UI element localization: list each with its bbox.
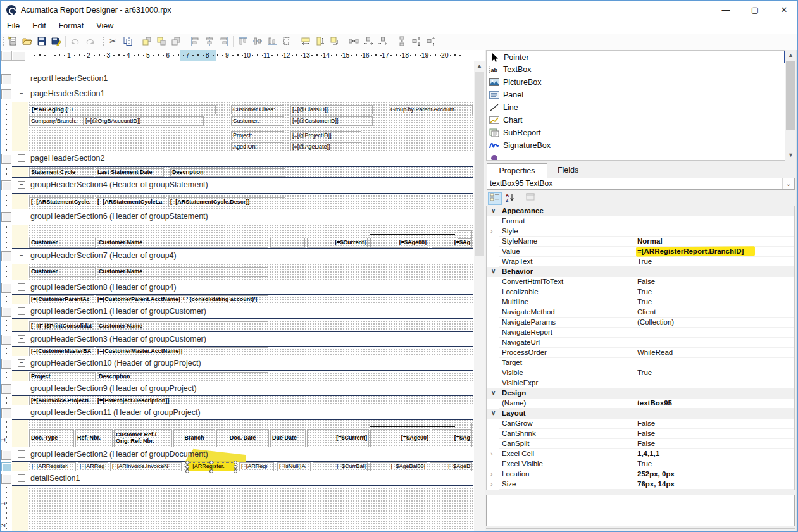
cut-button[interactable]: ✂ — [106, 35, 120, 49]
maximize-button[interactable]: ▢ — [740, 1, 770, 20]
collapse-icon[interactable]: − — [18, 75, 25, 82]
category-row-design[interactable]: ∨ Design — [487, 388, 794, 399]
v-space-decrease-button[interactable] — [423, 35, 438, 49]
section-header-groupHeaderSection1[interactable]: −groupHeaderSection1 (Header of groupCus… — [12, 304, 473, 318]
section-header-groupHeaderSection7[interactable]: −groupHeaderSection7 (Header of group4) — [12, 249, 473, 264]
property-row-canshrink[interactable]: CanShrink False — [487, 429, 794, 439]
textbox-element[interactable]: Ref. Nbr. — [75, 429, 113, 448]
section-selector-box[interactable] — [1, 335, 11, 345]
section-selector-box[interactable] — [1, 180, 11, 190]
property-row-multiline[interactable]: Multiline True — [487, 297, 794, 307]
category-row-behavior[interactable]: ∨ Behavior — [487, 267, 794, 277]
textbox-element[interactable]: Customer — [29, 267, 96, 277]
section-header-groupHeaderSection6[interactable]: −groupHeaderSection6 (Header of groupSta… — [12, 209, 473, 225]
tab-fields[interactable]: Fields — [547, 163, 589, 177]
property-value[interactable]: False — [637, 430, 655, 437]
textbox-element[interactable]: [=[ARInvoice.ProjectI. — [29, 397, 94, 405]
textbox-element[interactable]: [=$Ag — [432, 429, 472, 448]
textbox-element[interactable]: [=[CustomerParentAc — [29, 295, 94, 304]
property-value[interactable]: False — [637, 419, 655, 427]
selection-handle[interactable] — [234, 461, 237, 464]
save-as-button[interactable] — [49, 35, 63, 49]
object-selector-combo[interactable]: textBox95 TextBox ⌄ — [487, 178, 795, 190]
section-header-groupHeaderSection11[interactable]: −groupHeaderSection11 (Header of groupPr… — [12, 405, 473, 419]
textbox-element[interactable]: [=$AgeB — [430, 462, 472, 471]
property-value[interactable]: 1,4,1,1 — [637, 450, 659, 457]
collapse-icon[interactable]: − — [18, 450, 25, 458]
textbox-element[interactable]: Due Date — [270, 429, 306, 448]
selected-row-tick[interactable] — [1, 462, 11, 471]
menu-item-view[interactable]: View — [90, 20, 120, 32]
selection-handle[interactable] — [185, 461, 189, 464]
textbox-element[interactable]: [=$Ag — [432, 238, 472, 248]
property-row-name[interactable]: (Name) textBox95 — [487, 399, 794, 409]
section-header-pageHeaderSection1[interactable]: −pageHeaderSection1 — [12, 87, 473, 102]
chevron-down-icon[interactable]: ∨ — [491, 207, 496, 214]
collapse-icon[interactable]: − — [18, 474, 25, 482]
textbox-element[interactable]: Doc. Date — [216, 429, 269, 448]
collapse-icon[interactable]: − — [18, 283, 25, 291]
selection-handle[interactable] — [209, 461, 213, 464]
size-to-grid-button[interactable] — [279, 35, 294, 49]
expander-icon[interactable]: › — [490, 227, 493, 235]
property-row-navigatereport[interactable]: NavigateReport — [487, 328, 794, 338]
property-value[interactable]: (Collection) — [637, 318, 674, 326]
toolbox-item-picturebox[interactable]: PictureBox — [487, 76, 785, 89]
align-right-button[interactable] — [216, 35, 231, 49]
toolbox-item-line[interactable]: Line — [487, 101, 785, 114]
section-header-groupHeaderSection8[interactable]: −groupHeaderSection8 (Header of group4) — [12, 280, 473, 294]
minimize-button[interactable]: — — [711, 1, 740, 20]
same-size-button[interactable] — [327, 35, 342, 49]
textbox-element[interactable]: [=$Current] — [307, 429, 369, 448]
property-value[interactable]: True — [637, 288, 652, 295]
textbox-element[interactable]: [=[ARRegister. — [30, 462, 76, 471]
textbox-element[interactable]: [=[CustomerParent.AcctName] + ' (consoli… — [96, 295, 268, 304]
textbox-element[interactable]: Customer Name — [97, 267, 268, 277]
reorder-button[interactable] — [168, 35, 183, 49]
toolbox-item-pointer[interactable]: Pointer — [487, 51, 785, 63]
section-header-pageHeaderSection2[interactable]: −pageHeaderSection2 — [12, 151, 473, 166]
collapse-icon[interactable]: − — [18, 385, 25, 392]
selection-handle[interactable] — [234, 465, 237, 469]
textbox-element[interactable]: Doc. Type — [29, 429, 74, 448]
toolbox-item-subreport[interactable]: SubReport — [487, 127, 785, 139]
section-selector-box[interactable] — [1, 89, 11, 99]
property-value[interactable]: True — [637, 298, 652, 306]
property-value[interactable]: Client — [637, 308, 656, 316]
textbox-element[interactable]: [=[ARReg — [78, 462, 108, 471]
tab-properties[interactable]: Properties — [487, 163, 547, 178]
selection-handle[interactable] — [185, 469, 189, 473]
open-button[interactable] — [20, 35, 34, 49]
scrollbar-thumb[interactable] — [475, 72, 484, 256]
property-value[interactable]: True — [637, 257, 652, 265]
property-row-localizable[interactable]: Localizable True — [487, 287, 794, 297]
section-selector-box[interactable] — [1, 359, 11, 369]
collapse-icon[interactable]: − — [18, 335, 25, 343]
textbox-element[interactable]: Customer: — [231, 116, 284, 126]
property-row-value[interactable]: Value =[ARRegisterReport.BranchID] — [487, 247, 794, 257]
property-value[interactable]: 76px, 14px — [637, 480, 675, 488]
property-row-navigatemethod[interactable]: NavigateMethod Client — [487, 307, 794, 318]
menu-item-file[interactable]: File — [1, 20, 26, 32]
property-row-style[interactable]: ›Style — [487, 226, 794, 237]
toolbox-scrollbar[interactable]: ▲ ▼ — [785, 50, 796, 161]
v-space-increase-button[interactable] — [409, 35, 423, 49]
collapse-icon[interactable]: − — [18, 90, 25, 97]
section-selector-box[interactable] — [1, 154, 11, 164]
property-row-format[interactable]: Format — [487, 216, 794, 226]
textbox-element[interactable]: Branch — [173, 429, 215, 448]
textbox-element[interactable]: [=[ARStatementCycleLa — [96, 197, 166, 207]
textbox-element[interactable]: Project: — [231, 131, 284, 140]
property-row-excelcell[interactable]: ›Excel Cell 1,4,1,1 — [487, 449, 794, 459]
textbox-element[interactable]: [=IsNull([A — [277, 462, 311, 471]
collapse-icon[interactable]: − — [18, 359, 25, 367]
menu-item-format[interactable]: Format — [53, 20, 90, 32]
section-header-groupHeaderSection10[interactable]: −groupHeaderSection10 (Header of groupPr… — [12, 356, 473, 370]
v-space-equal-button[interactable] — [394, 35, 409, 49]
selection-handle[interactable] — [209, 469, 213, 473]
section-selector-box[interactable] — [1, 212, 11, 222]
property-value[interactable]: True — [637, 369, 652, 376]
scroll-up-icon[interactable]: ▲ — [785, 50, 796, 60]
categorized-view-button[interactable] — [488, 192, 502, 205]
section-header-groupHeaderSection9[interactable]: −groupHeaderSection9 (Header of groupPro… — [12, 381, 473, 395]
